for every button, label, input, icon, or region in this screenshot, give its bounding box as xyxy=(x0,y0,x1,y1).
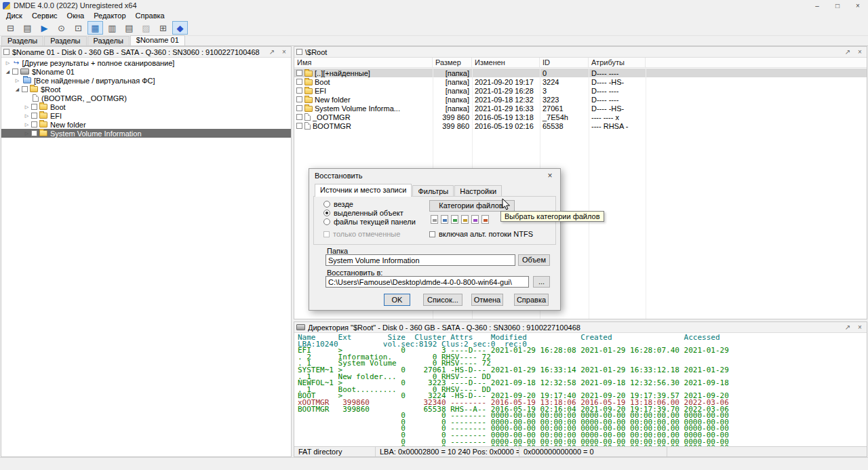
file-row-checkbox[interactable] xyxy=(296,70,302,76)
file-row-checkbox[interactable] xyxy=(296,79,302,85)
file-panel-close-icon[interactable]: × xyxy=(855,48,865,56)
tree-item[interactable]: ◢$Noname 01 xyxy=(1,67,291,76)
file-category-images-icon[interactable] xyxy=(451,215,458,224)
file-row-checkbox[interactable] xyxy=(296,87,302,94)
menu-editor[interactable]: Редактор xyxy=(89,12,130,20)
file-panel-detach-icon[interactable]: ↗ xyxy=(843,48,852,56)
tab-partitions-3[interactable]: Разделы xyxy=(87,36,130,45)
tab-noname-01[interactable]: $Noname 01 xyxy=(130,35,185,45)
hex-panel-detach-icon[interactable]: ↗ xyxy=(843,324,852,331)
tree-item[interactable]: ▷New folder xyxy=(1,120,291,129)
tree-item-checkbox[interactable] xyxy=(31,121,37,128)
tree-panel-checkbox[interactable] xyxy=(3,49,9,55)
tree-item[interactable]: (BOOTMGR, _OOTMGR) xyxy=(1,94,291,102)
tree-item[interactable]: ▷Boot xyxy=(1,102,291,111)
dialog-close-icon[interactable]: × xyxy=(540,171,560,180)
hex-view[interactable]: Name Ext Size Cluster Attrs Modified Cre… xyxy=(294,333,867,446)
expander-icon[interactable]: ▷ xyxy=(23,131,31,136)
help-button[interactable]: Справка xyxy=(514,294,549,306)
file-row-checkbox[interactable] xyxy=(296,114,302,120)
file-category-video-icon[interactable] xyxy=(471,215,479,224)
file-row-checkbox[interactable] xyxy=(296,123,302,129)
continue-scan-button[interactable]: ▶ xyxy=(37,21,52,35)
tree-item-checkbox[interactable] xyxy=(31,113,37,119)
maximize-button[interactable]: □ xyxy=(827,0,848,11)
full-scan-button[interactable]: ⊡ xyxy=(71,21,86,35)
column-header-attrs[interactable]: Атрибуты xyxy=(589,58,646,67)
file-row-checkbox[interactable] xyxy=(296,96,302,102)
radio-selected-object-control[interactable] xyxy=(323,210,330,216)
radio-everywhere[interactable]: везде xyxy=(323,199,416,208)
tab-partitions-2[interactable]: Разделы xyxy=(44,36,86,45)
expander-icon[interactable]: ▷ xyxy=(23,104,31,110)
file-row[interactable]: New folder[папка]2021-09-18 12:323223D--… xyxy=(294,95,867,104)
column-header-name[interactable]: Имя xyxy=(294,58,433,67)
file-category-archives-icon[interactable] xyxy=(481,215,489,224)
file-category-all-files-icon[interactable] xyxy=(431,215,438,224)
file-row[interactable]: [..][+найденные][папка]0D---- ---- xyxy=(294,68,867,77)
expander-icon[interactable]: ▷ xyxy=(23,122,31,128)
column-header-size[interactable]: Размер xyxy=(433,58,472,67)
menu-service[interactable]: Сервис xyxy=(27,12,62,20)
alt-streams-checkbox[interactable]: включая альт. потоки NTFS xyxy=(429,230,533,238)
expander-icon[interactable]: ▷ xyxy=(23,113,31,119)
partitions-button[interactable]: ▤ xyxy=(20,21,35,35)
tree-item[interactable]: ▷[Все найденные / виртуальная ФС] xyxy=(1,76,291,85)
open-drive-button[interactable]: ⊟ xyxy=(3,21,18,35)
tree-panel-detach-icon[interactable]: ↗ xyxy=(267,48,277,56)
menu-help[interactable]: Справка xyxy=(131,12,170,20)
file-row-checkbox[interactable] xyxy=(296,105,302,111)
dialog-tab-source[interactable]: Источник и место записи xyxy=(315,184,412,197)
recover-to-input[interactable] xyxy=(326,276,529,288)
expander-icon[interactable]: ◢ xyxy=(4,69,12,75)
file-row[interactable]: _OOTMGR399 8602016-05-19 13:18_7E54h----… xyxy=(294,113,867,121)
tables-button[interactable]: ▤ xyxy=(121,21,137,35)
expander-icon[interactable]: ◢ xyxy=(14,87,21,92)
file-row[interactable]: Boot[папка]2021-09-20 19:173224D---- -HS… xyxy=(294,77,867,86)
disk-editor-button[interactable]: ◆ xyxy=(172,21,188,35)
cluster-map-button[interactable]: ▥ xyxy=(104,21,120,35)
volume-button[interactable]: Объем xyxy=(518,254,550,266)
tree-item-checkbox[interactable] xyxy=(12,68,18,75)
expander-icon[interactable]: ▷ xyxy=(4,60,12,66)
browse-button[interactable]: ... xyxy=(533,276,550,288)
tab-partitions-1[interactable]: Разделы xyxy=(1,36,43,45)
tree-item-checkbox[interactable] xyxy=(31,104,37,110)
marked-only-checkbox-box[interactable] xyxy=(323,231,330,237)
folder-input[interactable] xyxy=(326,254,515,266)
radio-current-panel[interactable]: файлы текущей панели xyxy=(323,217,416,226)
file-panel-checkbox[interactable] xyxy=(296,49,302,55)
dialog-tab-settings[interactable]: Настройки xyxy=(454,185,502,197)
dialog-titlebar[interactable]: Восстановить × xyxy=(309,169,560,182)
tree-item[interactable]: ◢$Root xyxy=(1,85,291,94)
alt-streams-checkbox-box[interactable] xyxy=(429,231,435,237)
windows-button[interactable]: ⊞ xyxy=(155,21,171,35)
file-category-audio-icon[interactable] xyxy=(461,215,469,224)
cancel-button[interactable]: Отмена xyxy=(471,294,503,306)
radio-everywhere-control[interactable] xyxy=(323,201,330,208)
menu-disk[interactable]: Диск xyxy=(1,12,27,20)
marked-only-checkbox[interactable]: только отмеченные xyxy=(323,230,400,238)
expander-icon[interactable]: ▷ xyxy=(14,78,21,83)
search-button[interactable]: ⊙ xyxy=(54,21,69,35)
file-row[interactable]: BOOTMGR399 8602016-05-19 02:1665538---- … xyxy=(294,121,867,130)
list-button[interactable]: Список... xyxy=(423,294,462,306)
menu-windows[interactable]: Окна xyxy=(62,12,90,20)
file-row[interactable]: EFI[папка]2021-01-29 16:283D---- ---- xyxy=(294,86,867,95)
tree-item[interactable]: ▷EFI xyxy=(1,111,291,120)
open-volume-button[interactable]: ▦ xyxy=(87,21,103,35)
tree-item-checkbox[interactable] xyxy=(31,130,37,136)
hex-panel-close-icon[interactable]: × xyxy=(855,324,865,331)
tree-item[interactable]: ▷System Volume Information xyxy=(1,129,291,138)
file-row[interactable]: System Volume Informa...[папка]2021-01-2… xyxy=(294,104,867,113)
close-button[interactable]: × xyxy=(848,0,868,11)
tree-item-checkbox[interactable] xyxy=(22,86,28,92)
file-category-documents-icon[interactable] xyxy=(441,215,448,224)
column-header-id[interactable]: ID xyxy=(540,58,589,67)
radio-selected-object[interactable]: выделенный объект xyxy=(323,208,416,217)
tree-item[interactable]: ▷↪[Другие результаты + полное сканирован… xyxy=(1,58,291,67)
dialog-tab-filters[interactable]: Фильтры xyxy=(412,185,454,197)
column-header-modified[interactable]: Изменен xyxy=(472,58,540,67)
tree-panel-close-icon[interactable]: × xyxy=(279,48,289,56)
raw-tables-button[interactable]: ▨ xyxy=(138,21,154,35)
